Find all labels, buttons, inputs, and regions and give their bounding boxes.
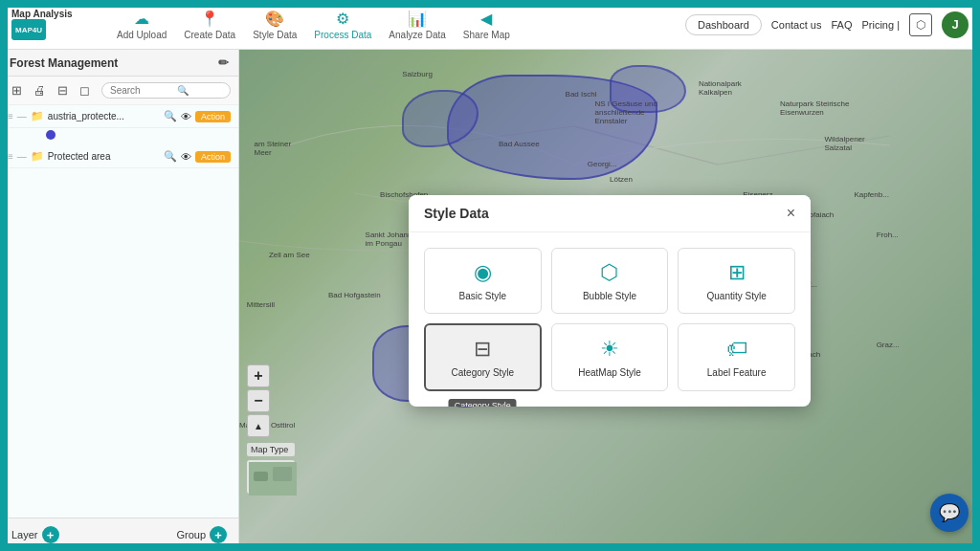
- faq-link[interactable]: FAQ: [831, 19, 852, 31]
- modal-close-button[interactable]: ×: [787, 205, 795, 222]
- nav-style-data-label: Style Data: [253, 30, 297, 40]
- bubble-style-label: Bubble Style: [583, 291, 636, 301]
- basic-style-label: Basic Style: [459, 291, 506, 301]
- analyze-icon: 📊: [408, 10, 427, 28]
- category-style-label: Category Style: [452, 367, 515, 378]
- category-style-icon: ⊟: [474, 337, 491, 362]
- search-input[interactable]: [110, 85, 177, 96]
- basic-style-icon: ◉: [474, 260, 492, 285]
- category-style-tooltip: Category Style: [449, 399, 517, 407]
- user-avatar[interactable]: J: [942, 11, 969, 38]
- style-icon: 🎨: [265, 10, 284, 28]
- heatmap-style-button[interactable]: ☀ HeatMap Style: [551, 323, 669, 391]
- quantity-style-button[interactable]: ⊞ Quantity Style: [678, 248, 795, 314]
- app-title: Map Analysis: [11, 9, 73, 19]
- quantity-style-icon: ⊞: [728, 260, 746, 285]
- nav-create-data-label: Create Data: [184, 30, 235, 40]
- share-icon: ◀: [480, 10, 492, 28]
- layer2-folder-icon: 📁: [31, 150, 44, 163]
- toolbar-expand-btn[interactable]: ◻: [76, 81, 94, 99]
- layer1-dot-container: [0, 128, 238, 145]
- layer1-search-icon[interactable]: 🔍: [164, 110, 177, 122]
- navbar-right: Dashboard Contact us FAQ Pricing | ⬡ J: [685, 11, 969, 38]
- layer1-action-btn[interactable]: Action: [195, 111, 231, 122]
- main-area: Forest Management ✏ ⊞ 🖨 ⊟ ◻ 🔍 ≡ — 📁 aust…: [0, 50, 980, 551]
- nav-create-data[interactable]: 📍 Create Data: [184, 10, 235, 40]
- toolbar-grid-btn[interactable]: ⊞: [8, 81, 26, 99]
- 3d-cube-icon[interactable]: ⬡: [909, 13, 932, 36]
- upload-icon: ☁: [134, 10, 149, 28]
- add-group-button[interactable]: Group +: [176, 526, 227, 543]
- sidebar-toolbar: ⊞ 🖨 ⊟ ◻ 🔍: [0, 77, 238, 105]
- nav-process-data[interactable]: ⚙ Process Data: [314, 10, 371, 40]
- basic-style-button[interactable]: ◉ Basic Style: [424, 248, 542, 314]
- nav-style-data[interactable]: 🎨 Style Data: [253, 10, 297, 40]
- nav-share-map[interactable]: ◀ Share Map: [463, 10, 510, 40]
- edit-icon[interactable]: ✏: [218, 55, 229, 70]
- layer1-actions: 🔍 👁 Action: [164, 110, 231, 122]
- layer2-action-btn[interactable]: Action: [195, 151, 231, 163]
- nav-process-data-label: Process Data: [314, 30, 371, 40]
- label-feature-button[interactable]: 🏷 Label Feature: [678, 323, 795, 391]
- group-label: Group: [176, 529, 206, 540]
- process-icon: ⚙: [336, 10, 349, 28]
- label-feature-label: Label Feature: [707, 367, 767, 378]
- drag-handle-1: ≡: [8, 111, 13, 121]
- nav-add-upload-label: Add Upload: [117, 30, 167, 40]
- sidebar-title: Forest Management: [10, 56, 118, 70]
- layer2-dash: —: [17, 151, 27, 162]
- layer1-folder-icon: 📁: [31, 110, 44, 122]
- pricing-link[interactable]: Pricing |: [861, 19, 900, 31]
- layer-label: Layer: [11, 529, 38, 540]
- create-icon: 📍: [200, 10, 219, 28]
- bubble-style-button[interactable]: ⬡ Bubble Style: [551, 248, 669, 314]
- add-layer-icon: +: [42, 526, 59, 543]
- layer1-dot: [46, 130, 56, 140]
- search-box[interactable]: 🔍: [101, 82, 231, 99]
- label-feature-icon: 🏷: [726, 337, 747, 362]
- category-style-button[interactable]: ⊟ Category Style: [424, 323, 542, 391]
- modal-header: Style Data ×: [409, 195, 811, 232]
- sidebar: Forest Management ✏ ⊞ 🖨 ⊟ ◻ 🔍 ≡ — 📁 aust…: [0, 50, 239, 551]
- brand-name: MAP4U: [15, 26, 42, 34]
- layer1-eye-icon[interactable]: 👁: [181, 111, 191, 122]
- layer1-dash: —: [17, 111, 27, 121]
- contact-link[interactable]: Contact us: [771, 19, 822, 31]
- nav-items: ☁ Add Upload 📍 Create Data 🎨 Style Data …: [117, 10, 666, 40]
- layer-item-1: ≡ — 📁 austria_protecte... 🔍 👁 Action: [0, 105, 238, 128]
- nav-analyze-data[interactable]: 📊 Analyze Data: [389, 10, 445, 40]
- category-style-container: ⊟ Category Style Category Style: [424, 323, 542, 391]
- nav-share-map-label: Share Map: [463, 30, 510, 40]
- add-group-icon: +: [210, 526, 227, 543]
- modal-overlay: Style Data × ◉ Basic Style ⬡ Bubble Styl…: [239, 50, 980, 551]
- layer2-name: Protected area: [48, 151, 160, 162]
- toolbar-print-btn[interactable]: 🖨: [30, 81, 50, 99]
- toolbar-layers-btn[interactable]: ⊟: [54, 81, 72, 99]
- heatmap-style-icon: ☀: [600, 337, 619, 362]
- layer2-actions: 🔍 👁 Action: [164, 150, 231, 163]
- brand: Map Analysis MAP4U: [11, 9, 98, 40]
- search-icon: 🔍: [177, 85, 189, 96]
- add-layer-button[interactable]: Layer +: [11, 526, 59, 543]
- style-data-modal: Style Data × ◉ Basic Style ⬡ Bubble Styl…: [409, 195, 811, 407]
- quantity-style-label: Quantity Style: [707, 291, 767, 301]
- map-area[interactable]: NationalparkKalkalpen Naturpark Steirisc…: [239, 50, 980, 551]
- drag-handle-2: ≡: [8, 151, 13, 162]
- layer2-search-icon[interactable]: 🔍: [164, 150, 177, 163]
- heatmap-style-label: HeatMap Style: [578, 367, 641, 378]
- bubble-style-icon: ⬡: [600, 260, 618, 285]
- modal-body: ◉ Basic Style ⬡ Bubble Style ⊞ Quantity …: [409, 232, 811, 407]
- nav-analyze-data-label: Analyze Data: [389, 30, 445, 40]
- nav-add-upload[interactable]: ☁ Add Upload: [117, 10, 167, 40]
- layer1-name: austria_protecte...: [48, 111, 160, 121]
- dashboard-button[interactable]: Dashboard: [685, 14, 762, 35]
- layer2-eye-icon[interactable]: 👁: [181, 151, 191, 163]
- layer-item-2: ≡ — 📁 Protected area 🔍 👁 Action: [0, 145, 238, 168]
- modal-title: Style Data: [424, 206, 489, 221]
- sidebar-header: Forest Management ✏: [0, 50, 238, 77]
- brand-logo: MAP4U: [11, 19, 46, 40]
